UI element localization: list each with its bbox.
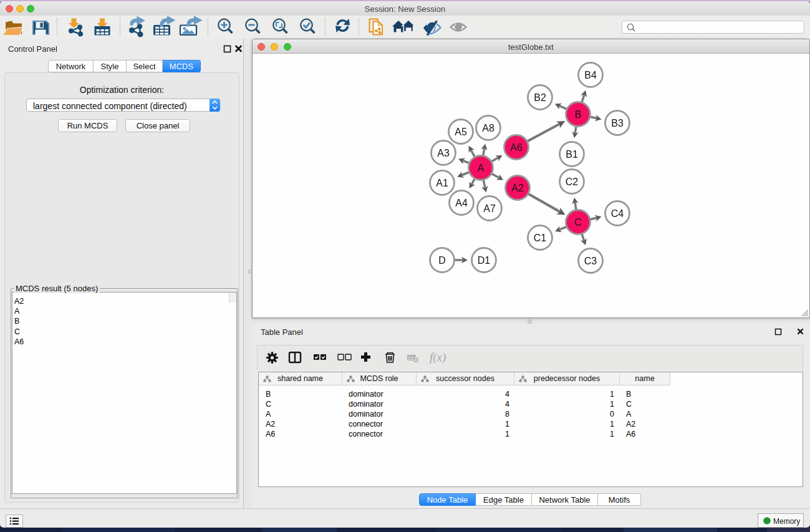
svg-text:A3: A3 bbox=[437, 148, 450, 158]
svg-text:B4: B4 bbox=[584, 70, 597, 80]
svg-text:C1: C1 bbox=[534, 233, 547, 243]
svg-text:D: D bbox=[438, 255, 446, 266]
svg-text:B1: B1 bbox=[566, 149, 578, 160]
svg-text:f(x): f(x) bbox=[430, 351, 446, 364]
svg-text:A1: A1 bbox=[436, 178, 448, 188]
svg-text:D1: D1 bbox=[478, 255, 491, 266]
svg-text:C4: C4 bbox=[611, 208, 624, 219]
svg-text:A6: A6 bbox=[510, 142, 523, 153]
svg-text:C: C bbox=[574, 217, 582, 228]
svg-text:A5: A5 bbox=[455, 127, 467, 137]
svg-text:B3: B3 bbox=[611, 118, 624, 128]
svg-text:A7: A7 bbox=[483, 203, 496, 214]
svg-text:A8: A8 bbox=[482, 123, 494, 133]
svg-text:A: A bbox=[478, 163, 485, 173]
svg-text:B: B bbox=[575, 109, 582, 120]
svg-text:A2: A2 bbox=[511, 183, 524, 193]
svg-text:C2: C2 bbox=[566, 177, 579, 187]
svg-text:B2: B2 bbox=[534, 92, 546, 103]
svg-text:C3: C3 bbox=[584, 256, 597, 266]
svg-text:A4: A4 bbox=[455, 198, 468, 208]
